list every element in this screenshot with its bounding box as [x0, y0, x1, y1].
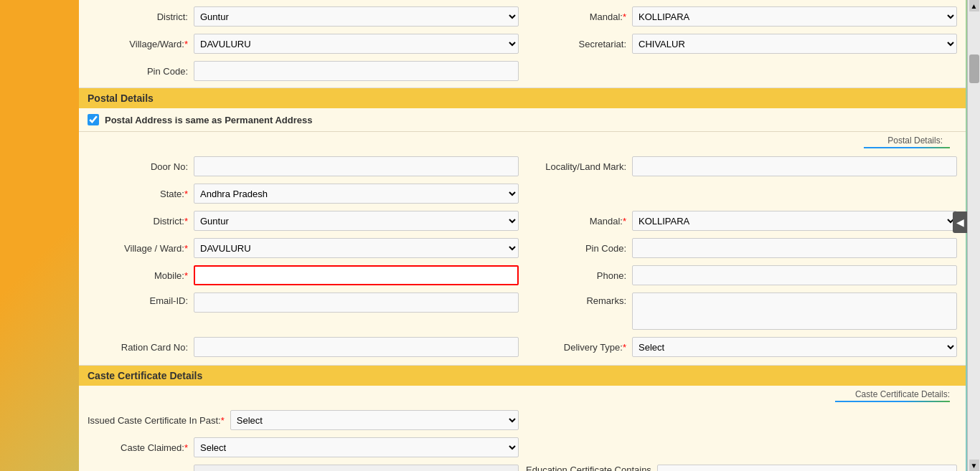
- state-label: State:*: [88, 189, 188, 199]
- locality-input[interactable]: [632, 156, 957, 176]
- pin-code-input-top[interactable]: [194, 61, 519, 81]
- mandal-dropdown-top[interactable]: KOLLIPARA: [632, 6, 957, 27]
- village-ward-label-postal: Village / Ward:*: [88, 243, 188, 254]
- village-ward-label-top: Village/Ward:*: [88, 39, 188, 49]
- right-panel-handle[interactable]: ◀: [953, 211, 967, 233]
- secretariat-label: Secretariat:: [526, 39, 626, 49]
- mandal-label-postal: Mandal:*: [526, 216, 626, 227]
- village-ward-select-top[interactable]: DAVULURU: [194, 34, 519, 54]
- mandal-dropdown-postal[interactable]: KOLLIPARA: [632, 211, 957, 231]
- education-cert-select[interactable]: Select Yes No: [657, 465, 957, 471]
- scroll-up-arrow[interactable]: ▲: [969, 0, 979, 11]
- issued-caste-label: Issued Caste Certificate In Past:*: [88, 415, 225, 426]
- village-ward-dropdown-postal[interactable]: DAVULURU: [194, 238, 519, 258]
- remarks-label: Remarks:: [526, 292, 626, 306]
- postal-subsection-label-container: Postal Details:: [79, 132, 966, 148]
- pin-code-input-postal[interactable]: [632, 238, 957, 258]
- village-ward-dropdown-top[interactable]: DAVULURU: [194, 34, 519, 54]
- same-address-label: Postal Address is same as Permanent Addr…: [105, 115, 313, 125]
- pin-code-text-postal[interactable]: [632, 238, 957, 258]
- door-no-input[interactable]: [194, 156, 519, 176]
- same-address-row: Postal Address is same as Permanent Addr…: [79, 108, 966, 132]
- village-ward-select-postal[interactable]: DAVULURU: [194, 238, 519, 258]
- issued-caste-dropdown[interactable]: Select Yes No: [230, 410, 519, 430]
- locality-label: Locality/Land Mark:: [526, 161, 626, 172]
- scrollbar[interactable]: ▲ ▼: [967, 0, 980, 471]
- district-label: District:: [88, 11, 188, 22]
- pin-code-label-top: Pin Code:: [88, 66, 188, 77]
- delivery-type-select[interactable]: Select Post Courier Hand Delivery: [632, 337, 957, 357]
- pin-code-label-postal: Pin Code:: [526, 243, 626, 254]
- phone-text[interactable]: [632, 265, 957, 285]
- caste-category-text: [194, 465, 519, 471]
- secretariat-dropdown[interactable]: CHIVALUR: [632, 34, 957, 54]
- remarks-input[interactable]: [632, 292, 957, 330]
- phone-label: Phone:: [526, 270, 626, 281]
- email-input[interactable]: [194, 292, 519, 313]
- district-label-postal: District:*: [88, 216, 188, 227]
- mandal-select-postal[interactable]: KOLLIPARA: [632, 211, 957, 231]
- mandal-label-top: Mandal:*: [526, 11, 626, 22]
- remarks-textarea[interactable]: [632, 292, 957, 330]
- caste-claimed-label: Caste Claimed:*: [88, 442, 188, 453]
- state-select[interactable]: Andhra Pradesh: [194, 184, 519, 204]
- ration-card-text[interactable]: [194, 337, 519, 357]
- caste-claimed-dropdown[interactable]: Select: [194, 437, 519, 457]
- email-text[interactable]: [194, 292, 519, 313]
- caste-section-header: Caste Certificate Details: [79, 365, 966, 386]
- caste-subsection-label: Caste Certificate Details:: [855, 389, 950, 399]
- delivery-type-dropdown[interactable]: Select Post Courier Hand Delivery: [632, 337, 957, 357]
- education-cert-dropdown[interactable]: Select Yes No: [657, 465, 957, 471]
- delivery-type-label: Delivery Type:*: [526, 342, 626, 353]
- ration-card-label: Ration Card No:: [88, 342, 188, 353]
- pin-code-text-top[interactable]: [194, 61, 519, 81]
- caste-category-input[interactable]: [194, 465, 519, 471]
- district-dropdown-postal[interactable]: Guntur: [194, 211, 519, 231]
- scroll-thumb[interactable]: [969, 54, 979, 83]
- mandal-select-top[interactable]: KOLLIPARA: [632, 6, 957, 27]
- same-address-checkbox[interactable]: [88, 114, 99, 125]
- district-select-postal[interactable]: Guntur: [194, 211, 519, 231]
- locality-text[interactable]: [632, 156, 957, 176]
- ration-card-input[interactable]: [194, 337, 519, 357]
- district-select-top[interactable]: Guntur: [194, 6, 519, 27]
- caste-subsection-label-container: Caste Certificate Details:: [79, 386, 966, 402]
- district-dropdown-top[interactable]: Guntur: [194, 6, 519, 27]
- mobile-label: Mobile:*: [88, 270, 188, 281]
- mobile-input[interactable]: [194, 265, 519, 285]
- mobile-text[interactable]: [194, 265, 519, 285]
- issued-caste-select[interactable]: Select Yes No: [230, 410, 519, 430]
- education-cert-label: Education Certificate ContainsCaste:*: [526, 465, 651, 471]
- caste-claimed-select[interactable]: Select: [194, 437, 519, 457]
- door-no-label: Door No:: [88, 161, 188, 172]
- door-no-text[interactable]: [194, 156, 519, 176]
- phone-input[interactable]: [632, 265, 957, 285]
- state-dropdown[interactable]: Andhra Pradesh: [194, 184, 519, 204]
- postal-details-header: Postal Details: [79, 87, 966, 108]
- email-label: Email-ID:: [88, 292, 188, 306]
- secretariat-select[interactable]: CHIVALUR: [632, 34, 957, 54]
- scroll-down-arrow[interactable]: ▼: [969, 460, 979, 471]
- postal-subsection-label: Postal Details:: [887, 135, 950, 146]
